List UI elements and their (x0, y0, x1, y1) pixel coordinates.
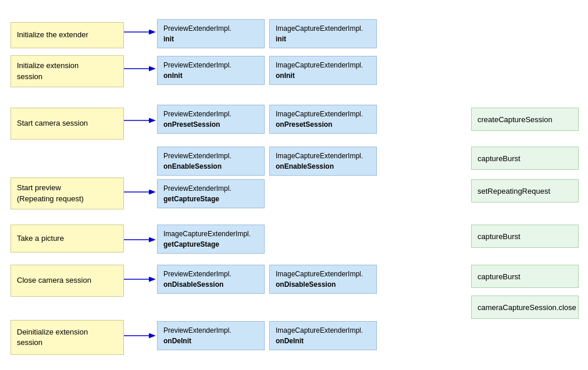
blue-box-preview-getcapturestage: PreviewExtenderImpl.getCaptureStage (157, 179, 265, 208)
blue-box-preview-ondisablesession: PreviewExtenderImpl.onDisableSession (157, 265, 265, 294)
yellow-box-close-camera: Close camera session (10, 265, 124, 297)
green-box-captureburst-2: captureBurst (471, 225, 579, 248)
yellow-box-deinitialize: Deinitialize extensionsession (10, 320, 124, 355)
blue-box-preview-onenablesession: PreviewExtenderImpl.onEnableSession (157, 147, 265, 176)
diagram: Initialize the extender Initialize exten… (0, 0, 588, 370)
green-box-setrepeatingrequest: setRepeatingRequest (471, 179, 579, 202)
yellow-box-start-camera: Start camera session (10, 108, 124, 140)
blue-box-image-onpresetsession: ImageCaptureExtenderImpl.onPresetSession (269, 105, 377, 134)
blue-box-preview-oninit: PreviewExtenderImpl.onInit (157, 56, 265, 85)
green-box-captureburst-3: captureBurst (471, 265, 579, 288)
blue-box-image-ondisablesession: ImageCaptureExtenderImpl.onDisableSessio… (269, 265, 377, 294)
yellow-box-start-preview: Start preview(Repeating request) (10, 177, 124, 209)
yellow-box-initialize-extender: Initialize the extender (10, 22, 124, 48)
blue-box-preview-onpresetsession: PreviewExtenderImpl.onPresetSession (157, 105, 265, 134)
yellow-box-take-picture: Take a picture (10, 225, 124, 252)
blue-box-preview-init: PreviewExtenderImpl.init (157, 19, 265, 48)
blue-box-preview-ondeinit: PreviewExtenderImpl.onDeInit (157, 321, 265, 350)
green-box-captureburst-1: captureBurst (471, 147, 579, 170)
blue-box-image-getcapturestage: ImageCaptureExtenderImpl.getCaptureStage (157, 225, 265, 254)
yellow-box-initialize-session: Initialize extensionsession (10, 55, 124, 87)
blue-box-image-ondeinit: ImageCaptureExtenderImpl.onDeInit (269, 321, 377, 350)
green-box-createcapturesession: createCaptureSession (471, 108, 579, 131)
blue-box-image-onenablesession: ImageCaptureExtenderImpl.onEnableSession (269, 147, 377, 176)
blue-box-image-oninit: ImageCaptureExtenderImpl.onInit (269, 56, 377, 85)
blue-box-image-init: ImageCaptureExtenderImpl.init (269, 19, 377, 48)
green-box-cameracapturesession-close: cameraCaptureSession.close (471, 296, 579, 319)
